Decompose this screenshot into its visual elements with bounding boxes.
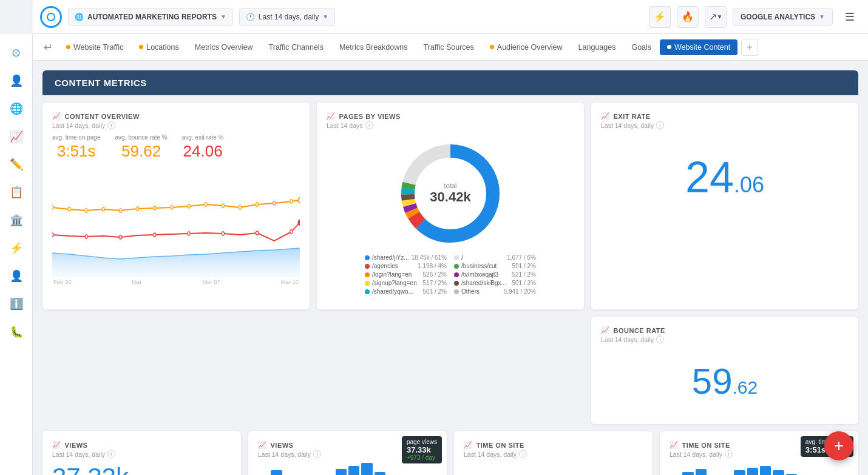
sidebar: ⊙ 👤 🌐 📈 ✏️ 📋 🏛️ ⚡ 👤 ℹ️ 🐛 [0,34,33,475]
sidebar-icon-analytics[interactable]: 📈 [5,125,28,148]
content-overview-chart [52,168,300,277]
info-icon-time1: i [519,450,527,458]
views2-badge-value: 37.33k [407,445,437,454]
svg-point-4 [102,207,104,211]
tab-locations[interactable]: Locations [132,39,186,55]
content-overview-metrics: avg. time on page 3:51s avg. bounce rate… [52,134,300,161]
time2-bar-7 [760,466,771,475]
views1-title: 📈 VIEWS [52,441,231,449]
views1-card: 📈 VIEWS Last 14 days, daily i 37.33k ▲ 9… [42,431,241,475]
report-dropdown[interactable]: 🌐 AUTOMATED MARKETING REPORTS ▼ [68,8,233,25]
tab-label-locations: Locations [146,43,179,52]
legend-dot-0 [365,255,370,260]
lightning-btn[interactable]: ⚡ [649,6,671,28]
sidebar-icon-users[interactable]: 👤 [5,69,28,92]
legend-item-2: /agencies 1,198 / 4% [365,263,447,269]
donut-container: total 30.42k /shared/jiYz... 18.45k / 61… [327,134,574,300]
tab-label-metrics-breakdowns: Metrics Breakdowns [339,43,408,52]
time1-card: 📈 TIME ON SITE Last 14 days, daily i 3:5… [454,431,653,475]
pages-legend: /shared/jiYz... 18.45k / 61% / 1,677 / 6… [365,254,536,295]
views2-card: 📈 VIEWS Last 14 days, daily i page views… [248,431,447,475]
tab-dot-audience-overview [490,45,494,49]
sidebar-icon-globe[interactable]: 🌐 [5,97,28,120]
svg-point-20 [154,233,156,237]
content-overview-card: 📈 CONTENT OVERVIEW Last 14 days, daily i… [42,103,310,309]
share-btn[interactable]: ↗ ▼ [705,6,727,28]
metric-value-time: 3:51s [52,142,101,161]
tab-goals[interactable]: Goals [624,39,659,55]
sidebar-icon-info[interactable]: ℹ️ [5,292,28,315]
sidebar-icon-settings[interactable]: 🏛️ [5,209,28,232]
sidebar-icon-bug[interactable]: 🐛 [5,320,28,343]
svg-point-2 [68,207,70,211]
info-icon-views1: i [107,450,115,458]
sidebar-icon-eye[interactable]: 👤 [5,264,28,288]
tab-metrics-overview[interactable]: Metrics Overview [188,39,260,55]
views2-badge: page views 37.33k +973 / day [402,436,442,463]
info-icon-views2: i [313,450,321,458]
trending-icon-bounce: 📈 [601,326,610,334]
time2-bar-chart [670,463,849,475]
time-label: Last 14 days, daily [259,13,319,21]
svg-point-3 [85,209,87,212]
trending-icon-views1: 📈 [52,441,61,449]
fire-btn[interactable]: 🔥 [677,6,699,28]
legend-dot-3 [454,264,459,269]
sidebar-icon-edit[interactable]: ✏️ [5,153,28,176]
bounce-rate-card: 📈 BOUNCE RATE Last 14 days, daily i 59.6… [591,317,858,424]
exit-rate-title: 📈 EXIT RATE [601,112,849,120]
info-icon-exit: i [656,121,664,129]
logo-inner [47,13,55,21]
tab-audience-overview[interactable]: Audience Overview [483,39,570,55]
back-button[interactable]: ↵ [39,41,58,54]
sidebar-icon-reports[interactable]: 📋 [5,181,28,204]
svg-point-24 [290,230,293,234]
bottom-cards-grid: 📈 VIEWS Last 14 days, daily i 37.33k ▲ 9… [42,431,858,475]
tab-traffic-channels[interactable]: Traffic Channels [262,39,331,55]
clock-icon: 🕐 [246,13,255,21]
pages-by-views-title: 📈 PAGES BY VIEWS [327,112,574,120]
trending-icon-views2: 📈 [258,441,267,449]
ga-dropdown[interactable]: GOOGLE ANALYTICS ▼ [733,8,833,25]
trending-icon-time2: 📈 [670,441,679,449]
legend-item-4: /login?lang=en 526 / 2% [365,271,447,278]
section-header: CONTENT METRICS [42,70,858,95]
sidebar-icon-home[interactable]: ⊙ [5,41,28,64]
legend-dot-4 [365,272,370,277]
time-dropdown-arrow: ▼ [322,13,328,20]
time2-bar-6 [747,468,758,475]
tab-label-goals: Goals [631,43,651,52]
legend-dot-2 [365,264,370,269]
tab-website-content[interactable]: Website Content [660,39,737,55]
metric-value-exit: 24.06 [182,142,224,161]
time1-title: 📈 TIME ON SITE [464,441,643,449]
svg-point-16 [298,198,300,203]
tab-languages[interactable]: Languages [571,39,623,55]
add-tab-button[interactable]: + [741,39,758,56]
views2-badge-label: page views [407,439,437,445]
trending-icon-exit: 📈 [601,112,610,120]
bar-9 [375,472,385,475]
bar-8 [361,463,372,475]
report-dropdown-arrow: ▼ [220,13,226,20]
hamburger-menu[interactable]: ☰ [839,6,861,28]
fab-add-button[interactable]: + [824,431,853,460]
svg-point-15 [290,200,293,203]
svg-point-14 [273,201,276,205]
legend-item-6: /signup?lang=en 517 / 2% [365,280,447,286]
tab-traffic-sources[interactable]: Traffic Sources [416,39,481,55]
time2-bar-2 [696,469,707,475]
tab-website-traffic[interactable]: Website Traffic [59,39,131,55]
exit-rate-value-container: 24.06 [601,134,849,214]
tab-label-website-content: Website Content [674,43,730,52]
svg-point-13 [256,203,259,206]
tab-metrics-breakdowns[interactable]: Metrics Breakdowns [332,39,415,55]
time-dropdown[interactable]: 🕐 Last 14 days, daily ▼ [239,8,335,25]
legend-item-0: /shared/jiYz... 18.45k / 61% [365,254,447,261]
exit-rate-dec: .06 [734,172,764,197]
svg-point-1 [52,206,53,209]
donut-total-value: 30.42k [430,189,470,205]
svg-point-11 [222,204,224,207]
sidebar-icon-tools[interactable]: ⚡ [5,237,28,260]
time2-bar-5 [734,470,745,475]
